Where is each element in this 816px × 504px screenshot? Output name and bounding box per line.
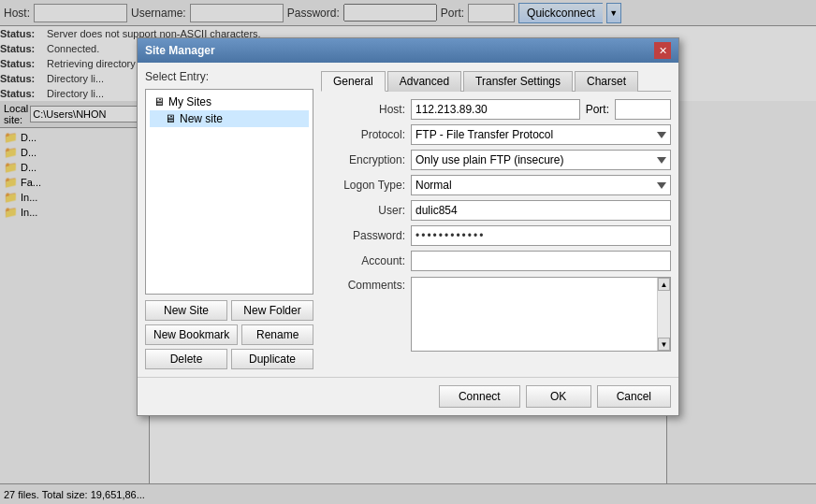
site-config-panel: General Advanced Transfer Settings Chars… [321,70,671,369]
port-field-label: Port: [586,103,609,116]
ok-button[interactable]: OK [526,385,591,408]
comments-textarea[interactable] [412,278,670,351]
tree-buttons-row-3: Delete Duplicate [145,349,313,369]
tree-buttons-row-2: New Bookmark Rename [145,324,313,345]
tabs: General Advanced Transfer Settings Chars… [321,70,671,92]
site-tree-panel: Select Entry: 🖥 My Sites 🖥 New site New … [145,70,313,369]
config-form: Host: Port: Protocol: FTP - File Transfe… [321,99,671,271]
protocol-label: Protocol: [321,128,405,141]
user-label: User: [321,204,405,217]
select-entry-label: Select Entry: [145,70,313,83]
dialog-title: Site Manager [145,44,215,57]
scrollbar-up-btn[interactable]: ▲ [658,278,670,291]
account-field[interactable] [411,251,671,271]
new-site-icon: 🖥 [165,112,176,125]
scrollbar-down-btn[interactable]: ▼ [658,338,670,351]
protocol-select[interactable]: FTP - File Transfer Protocol SFTP - SSH … [411,124,671,145]
duplicate-button[interactable]: Duplicate [231,349,313,369]
host-field[interactable] [411,99,580,120]
connect-button[interactable]: Connect [439,385,520,408]
cancel-button[interactable]: Cancel [597,385,671,408]
dialog-body: Select Entry: 🖥 My Sites 🖥 New site New … [138,63,678,377]
site-tree-new-site[interactable]: 🖥 New site [150,110,309,127]
my-sites-label: My Sites [168,95,211,108]
tab-general[interactable]: General [321,71,386,92]
scrollbar-track [658,291,670,338]
tree-buttons-row-1: New Site New Folder [145,300,313,321]
tab-advanced[interactable]: Advanced [387,71,461,92]
new-folder-button[interactable]: New Folder [231,300,313,321]
site-manager-dialog: Site Manager ✕ Select Entry: 🖥 My Sites … [137,37,679,416]
modal-overlay: Site Manager ✕ Select Entry: 🖥 My Sites … [0,0,816,504]
encryption-label: Encryption: [321,153,405,166]
comments-wrapper: ▲ ▼ [411,277,671,352]
rename-button[interactable]: Rename [241,324,313,345]
account-label: Account: [321,254,405,267]
site-tree-my-sites[interactable]: 🖥 My Sites [150,94,309,110]
dialog-footer: Connect OK Cancel [138,377,678,415]
dialog-close-button[interactable]: ✕ [654,42,671,59]
encryption-select[interactable]: Only use plain FTP (insecure) Use explic… [411,150,671,170]
tab-charset[interactable]: Charset [575,71,638,92]
tree-buttons: New Site New Folder New Bookmark Rename … [145,300,313,369]
delete-button[interactable]: Delete [145,349,227,369]
logon-type-label: Logon Type: [321,179,405,192]
password-field[interactable] [411,225,671,246]
comments-scrollbar[interactable]: ▲ ▼ [657,278,670,351]
comments-label: Comments: [321,277,405,292]
logon-type-select[interactable]: Normal Anonymous Ask for password Intera… [411,175,671,195]
site-tree: 🖥 My Sites 🖥 New site [145,89,313,295]
new-site-label: New site [180,112,223,125]
my-sites-icon: 🖥 [153,95,165,108]
host-port-row: Port: [411,99,671,120]
new-bookmark-button[interactable]: New Bookmark [145,324,238,345]
password-field-label: Password: [321,229,405,242]
host-field-label: Host: [321,103,405,116]
user-field[interactable] [411,200,671,221]
port-field[interactable] [615,99,671,120]
dialog-titlebar: Site Manager ✕ [138,38,678,63]
new-site-button[interactable]: New Site [145,300,227,321]
tab-transfer-settings[interactable]: Transfer Settings [463,71,573,92]
